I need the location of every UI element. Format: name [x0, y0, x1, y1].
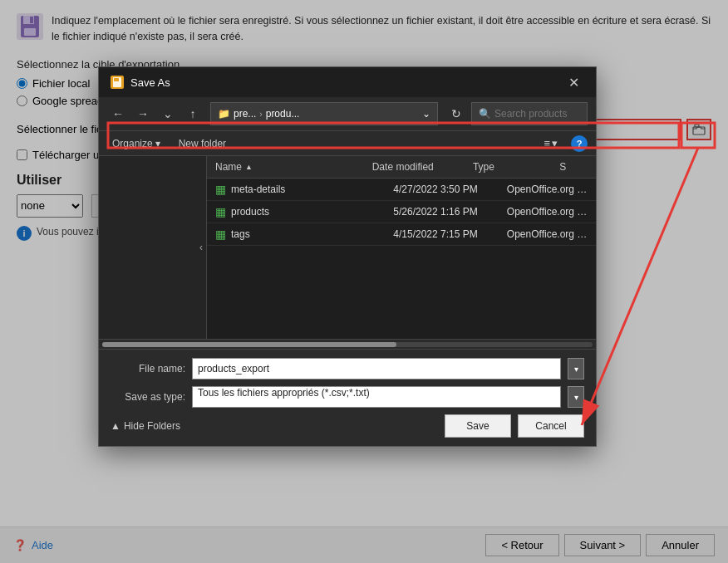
help-button[interactable]: ? [571, 135, 588, 152]
dialog-close-button[interactable]: ✕ [563, 71, 584, 93]
file-name-cell: ▦ tags [207, 228, 385, 241]
dialog-overlay: Save As ✕ ← → ⌄ ↑ 📁 pre... › produ... ⌄ … [0, 0, 728, 563]
refresh-button[interactable]: ↻ [445, 102, 468, 125]
dialog-nav: ← → ⌄ ↑ 📁 pre... › produ... ⌄ ↻ 🔍 [99, 97, 596, 131]
file-name-cell: ▦ products [207, 205, 385, 218]
sidebar-panel: ‹ [99, 156, 207, 339]
file-icon: ▦ [215, 183, 226, 196]
dialog-title-icon [111, 76, 124, 89]
breadcrumb-dropdown-button[interactable]: ⌄ [422, 108, 430, 120]
file-type: OpenOffice.org 1.... [499, 228, 596, 240]
organize-label: Organize [112, 138, 153, 149]
nav-forward-button[interactable]: → [132, 103, 154, 125]
file-name: meta-details [231, 184, 285, 195]
col-header-date[interactable]: Date modified [364, 159, 465, 174]
breadcrumb-chevron: › [259, 110, 262, 119]
breadcrumb-pre: pre... [234, 108, 256, 120]
dialog-title-left: Save As [111, 76, 170, 89]
new-folder-button[interactable]: New folder [174, 135, 231, 152]
dialog-buttons: Save Cancel [445, 414, 584, 438]
col-header-type[interactable]: Type [465, 159, 551, 174]
organize-chevron-icon: ▾ [155, 138, 160, 149]
file-type: OpenOffice.org 1.... [499, 184, 596, 195]
scrollbar-thumb [102, 342, 396, 347]
save-as-type-dropdown[interactable]: ▾ [568, 386, 584, 408]
file-date: 4/27/2022 3:50 PM [385, 184, 499, 195]
file-name-dropdown[interactable]: ▾ [568, 358, 584, 379]
hide-folders-label: Hide Folders [124, 420, 180, 432]
save-as-type-label: Save as type: [111, 391, 185, 403]
nav-back-button[interactable]: ← [107, 103, 129, 125]
search-icon: 🔍 [479, 108, 491, 120]
dialog-bottom: File name: ▾ Save as type: Tous les fich… [99, 349, 596, 446]
dialog-titlebar: Save As ✕ [99, 67, 596, 97]
view-icon: ≡ [544, 137, 550, 149]
col-header-size[interactable]: S [551, 159, 596, 174]
view-button[interactable]: ≡ ▾ [539, 135, 563, 152]
file-name-input[interactable] [192, 358, 561, 379]
save-as-dialog: Save As ✕ ← → ⌄ ↑ 📁 pre... › produ... ⌄ … [98, 66, 597, 447]
table-row[interactable]: ▦ products 5/26/2022 1:16 PM OpenOffice.… [207, 201, 596, 223]
file-name: tags [231, 228, 250, 240]
search-box: 🔍 [471, 102, 588, 125]
save-as-type-select[interactable]: Tous les fichiers appropriés (*.csv;*.tx… [192, 386, 561, 408]
sidebar-collapse-icon[interactable]: ‹ [199, 242, 203, 253]
file-list-header: Name ▲ Date modified Type S [207, 156, 596, 179]
file-name-row: File name: ▾ [111, 358, 584, 379]
dialog-title: Save As [130, 76, 170, 89]
breadcrumb-bar: 📁 pre... › produ... ⌄ [210, 102, 438, 125]
file-rows-container: ▦ meta-details 4/27/2022 3:50 PM OpenOff… [207, 179, 596, 246]
file-name: products [231, 206, 269, 218]
breadcrumb-folder-icon: 📁 [218, 108, 230, 120]
file-icon: ▦ [215, 205, 226, 218]
dialog-cancel-button[interactable]: Cancel [518, 414, 584, 438]
nav-up-button[interactable]: ↑ [182, 103, 204, 125]
hide-folders-chevron-icon: ▲ [111, 420, 121, 432]
dialog-body: ‹ Name ▲ Date modified Type [99, 156, 596, 339]
file-type: OpenOffice.org 1.... [499, 206, 596, 218]
table-row[interactable]: ▦ tags 4/15/2022 7:15 PM OpenOffice.org … [207, 223, 596, 246]
nav-down-button[interactable]: ⌄ [157, 103, 179, 125]
hide-folders-button[interactable]: ▲ Hide Folders [111, 420, 180, 432]
file-icon: ▦ [215, 228, 226, 241]
file-date: 5/26/2022 1:16 PM [385, 206, 499, 218]
dialog-action-row: ▲ Hide Folders Save Cancel [111, 414, 584, 438]
file-list-area: Name ▲ Date modified Type S [207, 156, 596, 339]
save-as-type-row: Save as type: Tous les fichiers appropri… [111, 386, 584, 408]
breadcrumb-produ: produ... [266, 108, 300, 120]
col-header-name[interactable]: Name ▲ [207, 159, 364, 174]
table-row[interactable]: ▦ meta-details 4/27/2022 3:50 PM OpenOff… [207, 179, 596, 201]
view-chevron-icon: ▾ [552, 137, 558, 149]
search-input[interactable] [494, 108, 580, 120]
svg-rect-9 [114, 78, 119, 81]
file-name-cell: ▦ meta-details [207, 183, 385, 196]
sort-arrow-icon: ▲ [245, 163, 253, 171]
dialog-save-button[interactable]: Save [445, 414, 511, 438]
main-page: Indiquez l'emplacement où le fichier ser… [0, 0, 728, 563]
dialog-toolbar: Organize ▾ New folder ≡ ▾ ? [99, 131, 596, 156]
scrollbar-area [99, 339, 596, 349]
file-name-label: File name: [111, 363, 185, 375]
scrollbar-track[interactable] [102, 342, 593, 347]
organize-button[interactable]: Organize ▾ [107, 135, 165, 152]
file-date: 4/15/2022 7:15 PM [385, 228, 499, 240]
